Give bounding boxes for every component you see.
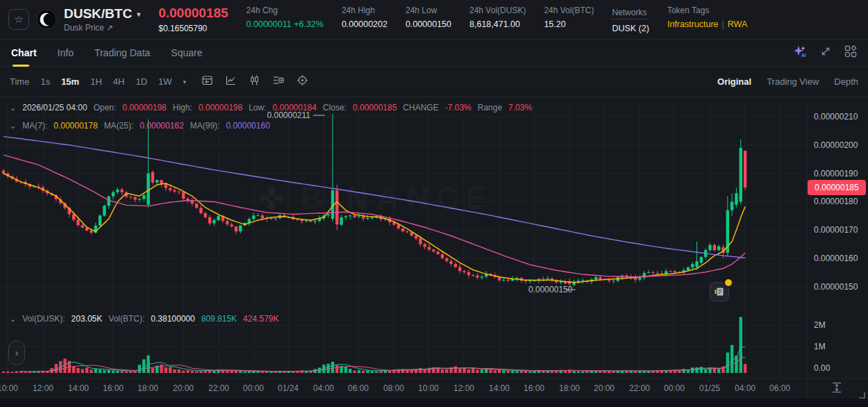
expand-panel-button[interactable]: › [8, 340, 25, 365]
time-tick-label: 14:00 [68, 383, 89, 393]
time-tick-label: 08:00 [383, 383, 404, 393]
volume-tick-label: 2M [814, 320, 826, 330]
view-depth[interactable]: Depth [834, 76, 858, 87]
time-tick-label: 16:00 [103, 383, 124, 393]
candlestick-chart[interactable]: 0.000002100.000002000.000001900.00000180… [0, 97, 868, 407]
stat-24h-high: 24h High 0.00000202 [342, 6, 387, 29]
ma99-value: 0.00000160 [226, 121, 269, 131]
chart-style-icon[interactable] [225, 74, 237, 89]
view-tradingview[interactable]: Trading View [767, 76, 819, 87]
ma25-value: 0.00000162 [140, 121, 183, 131]
vol-btc-value: 0.38100000 [151, 314, 194, 324]
time-tick-label: 04:00 [313, 383, 334, 393]
chevron-right-icon: › [15, 347, 19, 358]
grid-lines [0, 101, 807, 377]
stat-24h-vol-btc: 24h Vol(BTC) 15.20 [544, 6, 594, 29]
price-tick-label: 0.00000150 [814, 282, 858, 292]
time-tick-label: 00:00 [664, 383, 685, 393]
external-link-icon: ↗ [106, 23, 113, 33]
interval-more-caret-icon[interactable]: ▾ [183, 78, 187, 85]
tab-chart[interactable]: Chart [11, 40, 37, 67]
price-tick-label: 0.00000160 [814, 254, 858, 263]
last-price-badge-label: 0.00000185 [815, 183, 859, 192]
interval-time[interactable]: Time [10, 76, 29, 87]
collapse-caret-icon[interactable]: ⌄ [10, 122, 16, 131]
axis-scale-button[interactable] [829, 381, 844, 394]
vol-ma10-value: 424.579K [243, 314, 278, 324]
volume-tick-label: 1M [814, 342, 826, 351]
stat-24h-chg: 24h Chg 0.00000011 +6.32% [247, 6, 324, 29]
chart-canvas[interactable]: 0.000002100.000002000.000001900.00000180… [0, 97, 868, 407]
change-value: -7.03% [445, 103, 471, 113]
view-original[interactable]: Original [717, 76, 751, 87]
last-price: 0.00000185 [158, 6, 228, 21]
stat-24h-vol-dusk: 24h Vol(DUSK) 8,618,471.00 [469, 6, 526, 29]
tag-rwa[interactable]: RWA [728, 19, 747, 29]
tab-info[interactable]: Info [58, 40, 74, 67]
pair-title[interactable]: DUSK/BTC ▾ [64, 6, 140, 22]
scale-arrows-icon [831, 381, 843, 394]
dusk-logo [36, 9, 57, 30]
price-tick-label: 0.00000190 [814, 169, 858, 178]
ma-line-MA7 [3, 174, 745, 283]
price-page-link[interactable]: Dusk Price ↗ [64, 23, 140, 33]
last-price-badge: 0.00000185 [808, 180, 866, 195]
candles-icon[interactable] [249, 74, 260, 89]
vol-ma5-value: 809.815K [201, 314, 237, 324]
fiat-price: $0.16505790 [158, 24, 228, 33]
time-tick-label: 18:00 [559, 383, 580, 393]
low-value: 0.00000184 [273, 103, 317, 113]
interval-15m[interactable]: 15m [61, 76, 79, 87]
interval-1d[interactable]: 1D [135, 76, 147, 87]
price-tick-label: 0.00000210 [814, 112, 858, 122]
pair-dropdown-caret-icon: ▾ [137, 10, 140, 18]
time-tick-label: 14:00 [489, 383, 510, 393]
tag-infrastructure[interactable]: Infrastructure [667, 19, 719, 29]
time-tick-label: 04:00 [735, 383, 756, 393]
time-tick-label: 12:00 [453, 383, 474, 393]
news-marker-button[interactable] [710, 282, 729, 301]
stat-24h-low: 24h Low 0.00000150 [406, 6, 451, 29]
pair-header: ☆ DUSK/BTC ▾ Dusk Price ↗ 0.00000185 $0.… [0, 0, 868, 40]
close-value: 0.00000185 [353, 103, 397, 113]
ma7-value: 0.00000178 [53, 121, 97, 131]
time-tick-label: 06:00 [348, 383, 369, 393]
widgets-grid-icon[interactable] [844, 45, 857, 60]
favorite-button[interactable]: ☆ [8, 9, 29, 30]
interval-1h[interactable]: 1H [90, 76, 102, 87]
price-tick-label: 0.00000200 [814, 140, 858, 150]
date-range-icon[interactable] [201, 74, 213, 89]
expand-chart-icon[interactable] [819, 45, 832, 60]
stat-token-tags: Token Tags Infrastructure|RWA [667, 6, 747, 29]
high-value: 0.00000198 [199, 103, 242, 113]
collapse-caret-icon[interactable]: ⌄ [10, 315, 16, 324]
chart-toolbar: Time 1s 15m 1H 4H 1D 1W ▾ [0, 67, 868, 97]
notification-dot [724, 278, 733, 288]
interval-4h[interactable]: 4H [113, 76, 125, 87]
time-tick-label: 10:00 [0, 383, 18, 393]
time-tick-label: 06:00 [769, 383, 790, 393]
tab-square[interactable]: Square [171, 40, 202, 67]
ma-line-MA99 [3, 137, 745, 258]
time-tick-label: 00:00 [243, 383, 264, 393]
interval-1w[interactable]: 1W [158, 76, 172, 87]
chart-settings-icon[interactable] [297, 74, 308, 89]
time-tick-label: 01/25 [699, 383, 720, 393]
time-tick-label: 12:00 [33, 383, 53, 393]
tab-trading-data[interactable]: Trading Data [94, 40, 150, 67]
volume-readout: ⌄ Vol(DUSK): 203.05K Vol(BTC): 0.3810000… [10, 314, 279, 324]
interval-1s[interactable]: 1s [40, 76, 50, 87]
volume-tick-label: 0.00 [814, 363, 831, 373]
section-tabs: Chart Info Trading Data Square AI [0, 40, 868, 67]
indicators-icon[interactable] [272, 74, 285, 89]
time-tick-label: 22:00 [208, 383, 229, 393]
ticker-stats: 24h Chg 0.00000011 +6.32% 24h High 0.000… [247, 6, 748, 33]
stat-networks[interactable]: Networks DUSK (2) [612, 6, 649, 33]
candles [2, 114, 746, 287]
range-value: 7.03% [508, 103, 532, 113]
price-tick-label: 0.00000180 [814, 197, 858, 206]
collapse-caret-icon[interactable]: ⌄ [10, 103, 16, 113]
time-tick-label: 01/24 [278, 383, 299, 393]
news-icon [714, 286, 725, 297]
ai-assistant-icon[interactable]: AI [793, 45, 807, 60]
